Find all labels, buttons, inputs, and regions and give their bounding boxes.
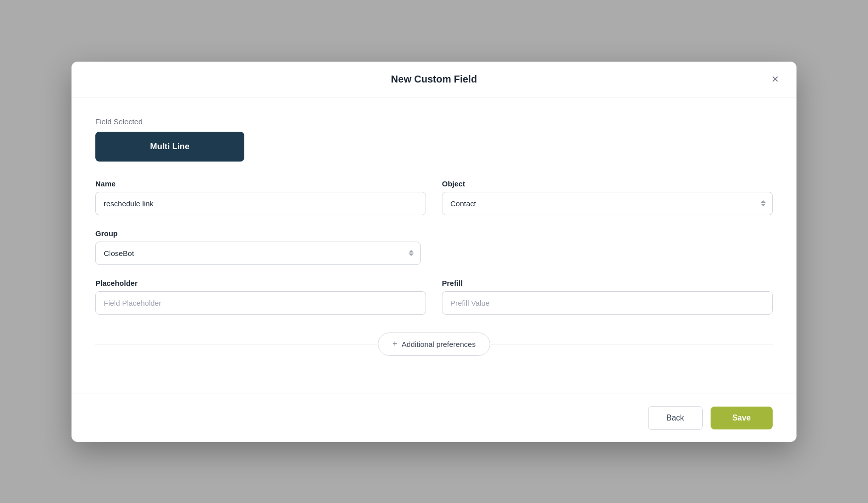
name-input[interactable] (95, 192, 426, 215)
group-row: Group CloseBot General (95, 229, 773, 265)
modal-title: New Custom Field (391, 74, 477, 85)
object-select-wrapper: Contact Lead Opportunity (442, 192, 773, 215)
placeholder-input[interactable] (95, 291, 426, 315)
modal-overlay: New Custom Field × Field Selected Multi … (0, 0, 868, 503)
back-button[interactable]: Back (648, 406, 703, 430)
field-type-button[interactable]: Multi Line (95, 132, 244, 162)
group-select[interactable]: CloseBot General (95, 242, 421, 265)
additional-preferences-label: Additional preferences (402, 340, 476, 348)
save-button[interactable]: Save (711, 407, 773, 429)
group-label: Group (95, 229, 421, 238)
divider-right (490, 344, 773, 344)
modal-header: New Custom Field × (72, 62, 796, 97)
additional-prefs-section: + Additional preferences (95, 333, 773, 356)
placeholder-prefill-row: Placeholder Prefill (95, 279, 773, 315)
divider-left (95, 344, 378, 344)
modal-body: Field Selected Multi Line Name Object Co… (72, 97, 796, 394)
additional-preferences-button[interactable]: + Additional preferences (378, 333, 490, 356)
object-select[interactable]: Contact Lead Opportunity (442, 192, 773, 215)
group-group: Group CloseBot General (95, 229, 421, 265)
prefill-input[interactable] (442, 291, 773, 315)
object-label: Object (442, 179, 773, 188)
plus-icon: + (392, 339, 398, 349)
placeholder-group: Placeholder (95, 279, 426, 315)
modal-footer: Back Save (72, 394, 796, 442)
name-object-row: Name Object Contact Lead Opportunity (95, 179, 773, 215)
placeholder-label: Placeholder (95, 279, 426, 287)
prefill-group: Prefill (442, 279, 773, 315)
field-selected-label: Field Selected (95, 117, 773, 126)
prefill-label: Prefill (442, 279, 773, 287)
close-button[interactable]: × (770, 71, 781, 87)
group-select-wrapper: CloseBot General (95, 242, 421, 265)
name-label: Name (95, 179, 426, 188)
object-group: Object Contact Lead Opportunity (442, 179, 773, 215)
name-group: Name (95, 179, 426, 215)
modal-container: New Custom Field × Field Selected Multi … (72, 62, 796, 442)
